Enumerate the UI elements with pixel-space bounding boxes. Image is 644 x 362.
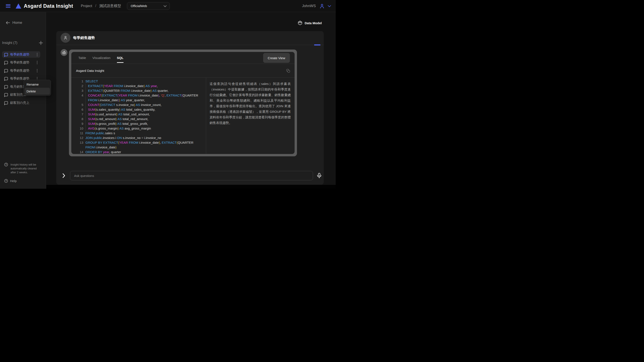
hamburger-menu-icon[interactable]	[6, 4, 10, 8]
sql-panel-title: Asgard Data Insight	[76, 69, 104, 73]
line-number: 8	[76, 117, 83, 121]
help-button[interactable]: ? Help	[4, 179, 42, 183]
line-number: 13	[76, 140, 83, 150]
history-note: Insight history will be automatically cl…	[10, 163, 40, 174]
microphone-icon[interactable]	[317, 173, 322, 178]
chevron-down-icon	[164, 4, 166, 7]
user-menu-chevron-icon[interactable]	[328, 4, 331, 7]
breadcrumb-page[interactable]: 測試語意模型	[99, 4, 121, 8]
tab-visualization[interactable]: Visualization	[92, 52, 110, 64]
tab-table[interactable]: Table	[78, 52, 86, 64]
info-question-icon: ?	[4, 163, 8, 166]
conversation-panel: 每季銷售趨勢 Table Visualization SQL Create Vi…	[56, 31, 324, 185]
line-number: 2	[76, 84, 83, 88]
cube-icon	[298, 21, 302, 25]
chat-bubble-icon	[4, 53, 8, 56]
bot-avatar	[60, 49, 68, 56]
chat-bubble-icon	[4, 69, 8, 72]
new-insight-button[interactable]	[39, 41, 43, 45]
data-model-button[interactable]: Data Model	[298, 21, 322, 25]
context-menu-rename[interactable]: Rename	[24, 81, 50, 88]
person-icon	[63, 35, 68, 40]
breadcrumb-separator: /	[95, 4, 96, 8]
chat-bubble-icon	[4, 61, 8, 64]
app-title: Asgard Data Insight	[24, 3, 73, 9]
result-tabs: Table Visualization SQL Create View	[71, 52, 294, 64]
sql-explanation-panel: 這個查詢語句會從銷售明細表（sales）與請求書表（invoices）中提取數據…	[206, 78, 294, 154]
breadcrumb: Project / 測試語意模型	[81, 4, 121, 8]
copy-icon[interactable]	[286, 69, 290, 73]
app-root: Asgard Data Insight Project / 測試語意模型 Off…	[0, 0, 336, 189]
help-question-icon: ?	[4, 179, 8, 183]
line-number: 11	[76, 131, 83, 135]
insight-count-label: Insight (7)	[2, 41, 17, 45]
result-card-frame: Table Visualization SQL Create View Asga…	[69, 50, 297, 156]
breadcrumb-section[interactable]: Project	[81, 4, 92, 8]
sidebar-item-insight[interactable]: 每季銷售趨勢	[2, 59, 40, 66]
line-number: 12	[76, 135, 83, 140]
question-title: 每季銷售趨勢	[73, 35, 95, 40]
bottom-gutter	[46, 185, 336, 189]
line-number: 9	[76, 121, 83, 126]
line-number: 10	[76, 126, 83, 131]
app-logo-icon	[16, 4, 21, 9]
home-button[interactable]: Home	[6, 21, 22, 25]
sidebar-item-insight[interactable]: 顧客別の売上	[2, 99, 40, 106]
line-number: 14	[76, 150, 83, 154]
ask-questions-input[interactable]	[70, 171, 313, 180]
line-number: 6	[76, 107, 83, 112]
data-model-label: Data Model	[305, 21, 322, 25]
workspace-select[interactable]: OfficialWeb	[127, 2, 170, 10]
line-number: 4	[76, 93, 83, 102]
item-context-menu: Rename Delete	[24, 80, 51, 96]
line-number: 5	[76, 102, 83, 107]
line-number: 7	[76, 112, 83, 117]
sql-code: 1SELECT2EXTRACT(YEAR FROM i.invoice_date…	[71, 78, 206, 154]
user-name: JohnWS	[302, 4, 316, 8]
sidebar: Home Insight (7) 每季銷售趨勢 每季銷售趨勢 每季銷售趨勢 每季…	[0, 12, 46, 189]
item-kebab-menu[interactable]	[36, 61, 38, 64]
item-kebab-menu[interactable]	[36, 53, 38, 56]
expand-chevron-icon[interactable]	[62, 173, 65, 178]
top-header: Asgard Data Insight Project / 測試語意模型 Off…	[0, 0, 336, 12]
panel-divider	[56, 45, 324, 45]
chat-bubble-icon	[4, 77, 8, 80]
sidebar-item-insight[interactable]: 每季銷售趨勢	[2, 67, 40, 74]
item-kebab-menu[interactable]	[36, 69, 38, 72]
help-label: Help	[10, 179, 17, 183]
tab-sql[interactable]: SQL	[117, 52, 124, 64]
line-number: 1	[76, 79, 83, 84]
home-label: Home	[12, 21, 22, 25]
sidebar-item-insight[interactable]: 每季銷售趨勢	[2, 51, 40, 58]
user-icon[interactable]	[319, 3, 325, 9]
chat-bubble-icon	[4, 101, 8, 104]
chat-bubble-icon	[4, 85, 8, 88]
scrollbar-thumb[interactable]	[314, 44, 320, 46]
sql-explanation-text: 這個查詢語句會從銷售明細表（sales）與請求書表（invoices）中提取數據…	[210, 81, 291, 126]
result-card: Table Visualization SQL Create View Asga…	[71, 52, 294, 154]
robot-icon	[62, 51, 66, 55]
context-menu-delete[interactable]: Delete	[24, 88, 50, 95]
back-arrow-icon	[6, 21, 10, 25]
line-number: 3	[76, 88, 83, 93]
workspace-select-value: OfficialWeb	[130, 4, 147, 8]
user-avatar	[60, 33, 70, 43]
chat-bubble-icon	[4, 93, 8, 96]
create-view-button[interactable]: Create View	[263, 53, 290, 63]
